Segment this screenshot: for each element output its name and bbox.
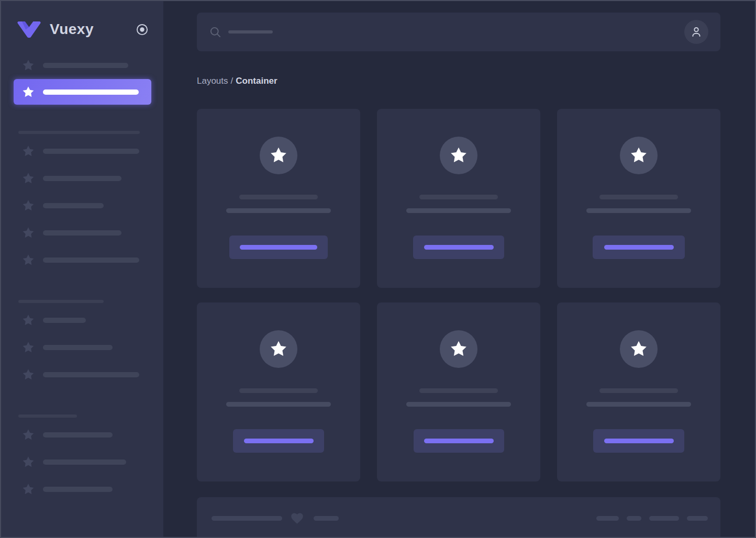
sidebar-item-label-skeleton [43,230,121,236]
footer-link-skeleton [627,516,641,521]
sidebar-section-header-skeleton [18,414,77,418]
card-button[interactable] [233,429,324,453]
star-icon [22,429,35,441]
sidebar-nav [1,52,163,503]
search-icon [209,26,221,38]
card-avatar-circle [260,330,297,368]
card [377,109,540,288]
sidebar-item-label-skeleton [43,487,113,492]
sidebar-item-label-skeleton [43,257,139,263]
star-icon [22,86,35,98]
star-icon [270,340,287,358]
search-placeholder-skeleton [228,30,273,33]
sidebar-item[interactable] [1,138,163,165]
footer-link-skeleton [687,516,708,521]
card [197,302,360,481]
card-button-label-skeleton [240,245,317,250]
sidebar-item-label-skeleton [43,63,128,68]
card-avatar-circle [440,330,477,368]
breadcrumb-current: Container [236,76,277,86]
card-title-skeleton [419,388,498,393]
sidebar-section-header-skeleton [18,300,104,303]
star-icon [22,456,35,468]
sidebar-item-label-skeleton [43,372,139,377]
star-icon [450,147,468,164]
star-icon [22,199,35,212]
bottom-card [197,497,720,538]
card-grid [197,109,720,481]
card-avatar-circle [440,137,477,174]
app-window: Vuexy [0,0,756,538]
card-button[interactable] [593,236,685,259]
brand-name: Vuexy [50,21,94,38]
sidebar-item-label-skeleton [43,149,139,154]
star-icon [22,172,35,185]
sidebar-item-label-skeleton [43,203,104,208]
breadcrumb-separator: / [231,76,234,86]
sidebar-item-label-skeleton [43,459,126,465]
sidebar-item[interactable] [1,52,163,79]
card-avatar-circle [260,137,297,174]
card [377,302,540,481]
star-icon [22,483,35,496]
card-button[interactable] [413,236,504,259]
breadcrumb: Layouts/Container [197,75,720,86]
star-icon [450,340,468,358]
sidebar-collapse-toggle-icon[interactable] [136,24,148,36]
card-button-label-skeleton [604,439,674,443]
sidebar-item[interactable] [1,307,163,334]
star-icon [22,368,35,381]
sidebar-item[interactable] [1,449,163,476]
card-title-skeleton [599,195,678,199]
star-icon [22,145,35,158]
card-subtitle-skeleton [226,402,331,407]
star-icon [22,59,35,72]
card-button-label-skeleton [244,439,314,443]
star-icon [630,147,648,164]
breadcrumb-parent[interactable]: Layouts [197,76,228,86]
sidebar-item[interactable] [1,476,163,503]
star-icon [22,314,35,327]
sidebar-item[interactable] [1,165,163,192]
star-icon [22,254,35,266]
card-button-label-skeleton [424,245,494,250]
sidebar-item[interactable] [1,361,163,388]
sidebar-item[interactable] [1,246,163,274]
card-button[interactable] [229,236,328,259]
sidebar-item-active[interactable] [14,79,151,105]
card-subtitle-skeleton [586,208,691,213]
card [557,302,720,481]
footer-link-skeleton [596,516,619,521]
main-content: Layouts/Container [163,1,755,537]
search-bar[interactable] [197,13,720,51]
card-subtitle-skeleton [406,402,511,407]
card-avatar-circle [620,330,658,368]
star-icon [270,147,287,164]
card-title-skeleton [239,388,318,393]
sidebar-item[interactable] [1,421,163,449]
card-button-label-skeleton [424,439,494,443]
sidebar-item[interactable] [1,192,163,219]
footer-links [596,516,708,521]
sidebar-item-label-skeleton [43,176,121,181]
card-avatar-circle [620,137,658,174]
star-icon [630,340,648,358]
star-icon [22,341,35,354]
bottom-card-row [212,497,708,525]
card-title-skeleton [419,195,498,199]
card-subtitle-skeleton [586,402,691,407]
card-title-skeleton [239,195,318,199]
card [197,109,360,288]
card-button[interactable] [414,429,504,453]
heart-icon [290,511,304,525]
card-subtitle-skeleton [226,208,331,213]
footer-text-skeleton [212,516,282,521]
card-button[interactable] [593,429,684,453]
sidebar-item[interactable] [1,219,163,246]
user-avatar[interactable] [684,20,708,44]
footer-link-skeleton [649,516,679,521]
card-button-label-skeleton [604,245,674,250]
card-subtitle-skeleton [406,208,511,213]
sidebar-item-label-skeleton [43,89,139,95]
sidebar-item[interactable] [1,334,163,361]
